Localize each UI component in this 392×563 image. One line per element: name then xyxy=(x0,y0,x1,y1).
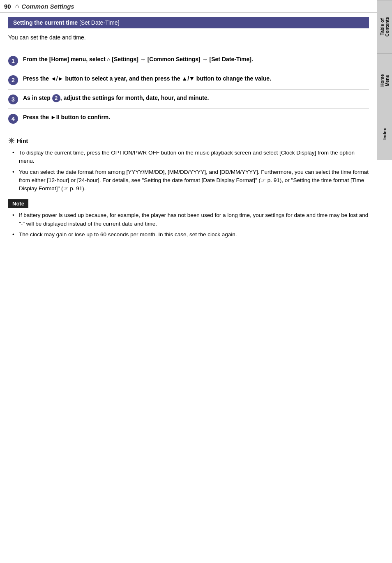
header-title: Common Settings xyxy=(21,3,74,10)
index-label: Index xyxy=(382,128,387,140)
hint-section: ✳ Hint To display the current time, pres… xyxy=(8,136,369,193)
step-text-3: As in step 2, adjust the settings for mo… xyxy=(23,94,209,102)
step-text-2: Press the ◄/► button to select a year, a… xyxy=(23,74,271,83)
sidebar-tab-toc[interactable]: Table ofContents xyxy=(377,0,392,53)
hint-title: ✳ Hint xyxy=(8,136,369,145)
hint-icon: ✳ xyxy=(8,136,14,145)
step-number-4: 4 xyxy=(8,114,18,124)
main-content: Setting the current time [Set Date-Time]… xyxy=(0,13,377,249)
step-ref-2: 2 xyxy=(52,94,60,102)
step-1: 1 From the [Home] menu, select ⌂ [Settin… xyxy=(8,51,369,70)
settings-icon-inline: ⌂ xyxy=(107,55,111,64)
section-sub-title: [Set Date-Time] xyxy=(79,19,120,26)
settings-icon: ⌂ xyxy=(15,2,19,10)
note-item-1: If battery power is used up because, for… xyxy=(12,211,369,228)
section-main-title: Setting the current time xyxy=(13,19,78,26)
hint-item-1: To display the current time, press the O… xyxy=(12,149,369,166)
note-item-2: The clock may gain or lose up to 60 seco… xyxy=(12,231,369,239)
step-text-1: From the [Home] menu, select ⌂ [Settings… xyxy=(23,55,253,64)
step-2: 2 Press the ◄/► button to select a year,… xyxy=(8,70,369,90)
hint-list: To display the current time, press the O… xyxy=(8,149,369,193)
step-text-4: Press the ►II button to confirm. xyxy=(23,113,110,122)
note-title: Note xyxy=(8,199,28,208)
hint-item-2: You can select the date format from amon… xyxy=(12,168,369,193)
sidebar-tab-home-menu[interactable]: HomeMenu xyxy=(377,53,392,107)
right-sidebar: Table ofContents HomeMenu Index xyxy=(377,0,392,563)
page-number: 90 xyxy=(4,3,11,10)
section-title-box: Setting the current time [Set Date-Time] xyxy=(8,17,369,28)
step-4: 4 Press the ►II button to confirm. xyxy=(8,109,369,128)
step-number-1: 1 xyxy=(8,56,18,66)
step-3: 3 As in step 2, adjust the settings for … xyxy=(8,90,369,109)
hint-title-text: Hint xyxy=(17,138,28,144)
intro-text: You can set the date and time. xyxy=(8,34,369,45)
home-menu-label: HomeMenu xyxy=(380,74,390,87)
note-section: Note If battery power is used up because… xyxy=(8,199,369,239)
step-number-3: 3 xyxy=(8,95,18,104)
page-header: 90 ⌂ Common Settings xyxy=(0,0,392,13)
note-list: If battery power is used up because, for… xyxy=(8,211,369,239)
toc-label: Table ofContents xyxy=(380,17,390,37)
step-number-2: 2 xyxy=(8,75,18,85)
sidebar-tab-index[interactable]: Index xyxy=(377,107,392,160)
